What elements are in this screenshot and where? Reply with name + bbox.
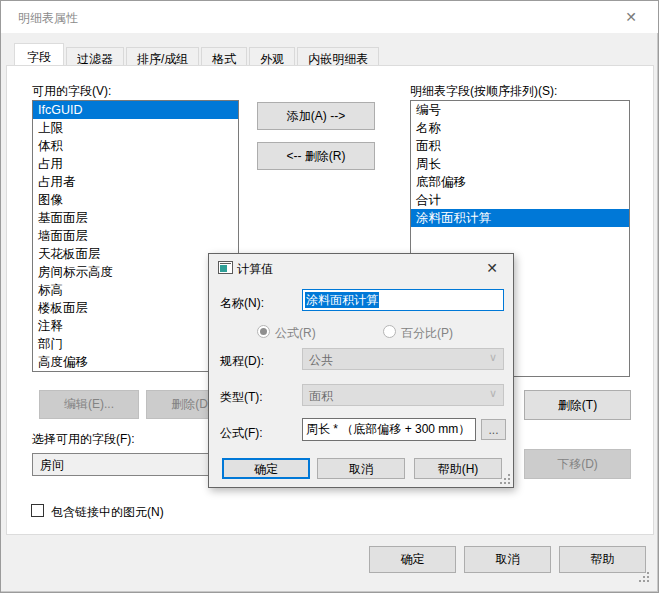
type-combobox[interactable]: 面积 ∨ bbox=[302, 384, 504, 406]
modal-close-icon[interactable]: ✕ bbox=[479, 258, 505, 278]
cancel-button[interactable]: 取消 bbox=[464, 546, 551, 573]
scheduled-field-item[interactable]: 合计 bbox=[411, 191, 629, 209]
select-available-fields-label: 选择可用的字段(F): bbox=[32, 431, 135, 448]
available-field-item[interactable]: 占用 bbox=[33, 155, 238, 173]
discipline-combobox[interactable]: 公共 ∨ bbox=[302, 348, 504, 370]
scheduled-field-item[interactable]: 名称 bbox=[411, 119, 629, 137]
schedule-properties-dialog: 明细表属性 ✕ 字段过滤器排序/成组格式外观内嵌明细表 可用的字段(V): If… bbox=[0, 0, 659, 593]
ok-button[interactable]: 确定 bbox=[369, 546, 456, 573]
discipline-label: 规程(D): bbox=[220, 353, 264, 370]
name-input[interactable]: 涂料面积计算 bbox=[302, 289, 504, 311]
app-window-icon bbox=[218, 261, 233, 274]
discipline-value: 公共 bbox=[309, 352, 333, 369]
formula-radio-label: 公式(R) bbox=[275, 325, 316, 342]
chevron-down-icon: ∨ bbox=[489, 351, 497, 364]
formula-input[interactable]: 周长 * （底部偏移 + 300 mm） bbox=[302, 418, 476, 441]
available-field-item[interactable]: IfcGUID bbox=[33, 101, 238, 119]
percentage-radio-label: 百分比(P) bbox=[401, 325, 453, 342]
chevron-down-icon: ∨ bbox=[489, 387, 497, 400]
available-field-item[interactable]: 体积 bbox=[33, 137, 238, 155]
name-label: 名称(N): bbox=[220, 295, 264, 312]
close-icon[interactable]: ✕ bbox=[616, 6, 646, 28]
scheduled-field-item[interactable]: 周长 bbox=[411, 155, 629, 173]
calculated-value-dialog: 计算值 ✕ 名称(N): 涂料面积计算 公式(R) 百分比(P) 规程(D): … bbox=[208, 253, 514, 488]
name-input-selected-text: 涂料面积计算 bbox=[305, 292, 379, 308]
available-field-item[interactable]: 上限 bbox=[33, 119, 238, 137]
include-linked-checkbox[interactable] bbox=[31, 504, 44, 517]
move-down-button[interactable]: 下移(D) bbox=[524, 449, 631, 479]
available-field-item[interactable]: 基面面层 bbox=[33, 209, 238, 227]
resize-grip-icon[interactable] bbox=[638, 571, 650, 583]
include-linked-label: 包含链接中的图元(N) bbox=[51, 504, 164, 521]
modal-title: 计算值 bbox=[237, 261, 273, 278]
titlebar: 明细表属性 ✕ bbox=[1, 1, 658, 33]
formula-label: 公式(F): bbox=[220, 425, 263, 442]
formula-radio[interactable] bbox=[257, 325, 270, 338]
add-button[interactable]: 添加(A) --> bbox=[257, 102, 375, 130]
available-field-item[interactable]: 占用者 bbox=[33, 173, 238, 191]
edit-field-button[interactable]: 编辑(E)... bbox=[39, 390, 139, 419]
modal-resize-grip-icon[interactable] bbox=[499, 473, 511, 485]
scheduled-field-item[interactable]: 底部偏移 bbox=[411, 173, 629, 191]
percentage-radio[interactable] bbox=[383, 325, 396, 338]
available-fields-label: 可用的字段(V): bbox=[32, 83, 111, 100]
modal-cancel-button[interactable]: 取消 bbox=[317, 458, 405, 479]
tab-strip: 字段过滤器排序/成组格式外观内嵌明细表 bbox=[14, 42, 381, 66]
category-combobox-value: 房间 bbox=[40, 456, 64, 473]
formula-browse-button[interactable]: ... bbox=[481, 419, 506, 440]
type-label: 类型(T): bbox=[220, 389, 263, 406]
modal-help-button[interactable]: 帮助(H) bbox=[414, 458, 502, 479]
help-button[interactable]: 帮助 bbox=[559, 546, 646, 573]
delete-scheduled-field-button[interactable]: 删除(T) bbox=[524, 390, 631, 420]
scheduled-field-item[interactable]: 编号 bbox=[411, 101, 629, 119]
available-field-item[interactable]: 墙面面层 bbox=[33, 227, 238, 245]
scheduled-field-item[interactable]: 涂料面积计算 bbox=[411, 209, 629, 227]
remove-button[interactable]: <-- 删除(R) bbox=[257, 142, 375, 170]
window-title: 明细表属性 bbox=[18, 10, 78, 27]
modal-ok-button[interactable]: 确定 bbox=[222, 458, 310, 479]
scheduled-field-item[interactable]: 面积 bbox=[411, 137, 629, 155]
available-field-item[interactable]: 图像 bbox=[33, 191, 238, 209]
type-value: 面积 bbox=[309, 388, 333, 405]
scheduled-fields-label: 明细表字段(按顺序排列)(S): bbox=[410, 83, 557, 100]
